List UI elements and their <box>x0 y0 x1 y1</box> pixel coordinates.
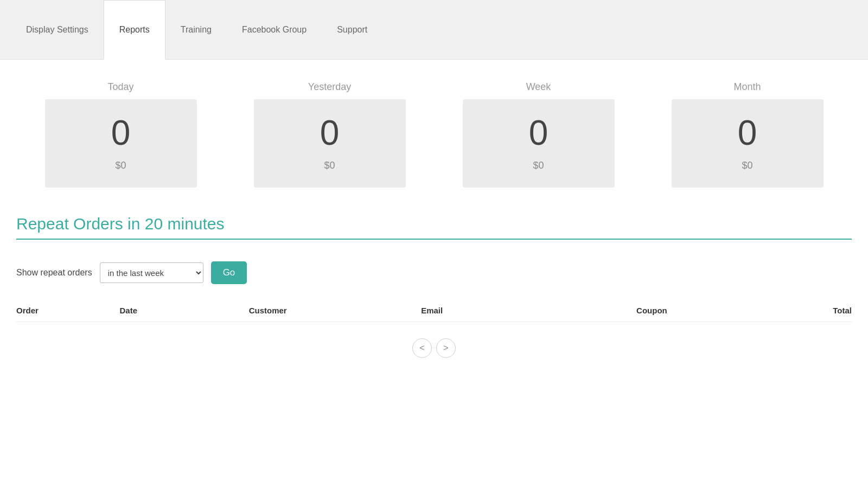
stat-month-label: Month <box>733 81 761 93</box>
stat-month-card: 0 $0 <box>672 99 824 188</box>
stat-yesterday-money: $0 <box>324 160 335 171</box>
stat-month-money: $0 <box>742 160 752 171</box>
stats-row: Today 0 $0 Yesterday 0 $0 Week 0 $0 Mont… <box>16 81 852 188</box>
main-content: Today 0 $0 Yesterday 0 $0 Week 0 $0 Mont… <box>0 60 868 488</box>
stat-yesterday-count: 0 <box>320 115 340 150</box>
stat-today-label: Today <box>107 81 133 93</box>
tab-facebook-group[interactable]: Facebook Group <box>227 0 322 59</box>
nav-bar: Display Settings Reports Training Facebo… <box>0 0 868 60</box>
section-heading: Repeat Orders in 20 minutes <box>16 215 852 233</box>
table-headers: Order Date Customer Email Coupon Total <box>16 306 852 322</box>
stat-week-money: $0 <box>533 160 544 171</box>
tab-training[interactable]: Training <box>165 0 227 59</box>
th-date: Date <box>120 306 249 315</box>
tab-support[interactable]: Support <box>322 0 382 59</box>
th-coupon: Coupon <box>636 306 765 315</box>
prev-page-button[interactable]: < <box>412 338 432 358</box>
stat-yesterday-card: 0 $0 <box>254 99 406 188</box>
filter-select[interactable]: in the last week in the last month in th… <box>100 262 203 283</box>
th-customer: Customer <box>249 306 422 315</box>
th-total: Total <box>765 306 852 315</box>
stat-yesterday: Yesterday 0 $0 <box>254 81 406 188</box>
go-button[interactable]: Go <box>211 261 247 284</box>
filter-label: Show repeat orders <box>16 268 92 278</box>
stat-week-label: Week <box>526 81 551 93</box>
stat-week-count: 0 <box>529 115 548 150</box>
th-order: Order <box>16 306 120 315</box>
stat-month-count: 0 <box>738 115 757 150</box>
stat-month: Month 0 $0 <box>672 81 824 188</box>
pagination: < > <box>16 338 852 358</box>
next-page-button[interactable]: > <box>436 338 456 358</box>
tab-reports[interactable]: Reports <box>104 0 165 60</box>
stat-week-card: 0 $0 <box>463 99 615 188</box>
stat-today-money: $0 <box>115 160 126 171</box>
stat-today-card: 0 $0 <box>45 99 197 188</box>
tab-display-settings[interactable]: Display Settings <box>11 0 104 59</box>
th-email: Email <box>421 306 636 315</box>
stat-today-count: 0 <box>111 115 131 150</box>
stat-yesterday-label: Yesterday <box>308 81 351 93</box>
stat-today: Today 0 $0 <box>45 81 197 188</box>
section-divider <box>16 239 852 240</box>
stat-week: Week 0 $0 <box>463 81 615 188</box>
filter-row: Show repeat orders in the last week in t… <box>16 261 852 284</box>
